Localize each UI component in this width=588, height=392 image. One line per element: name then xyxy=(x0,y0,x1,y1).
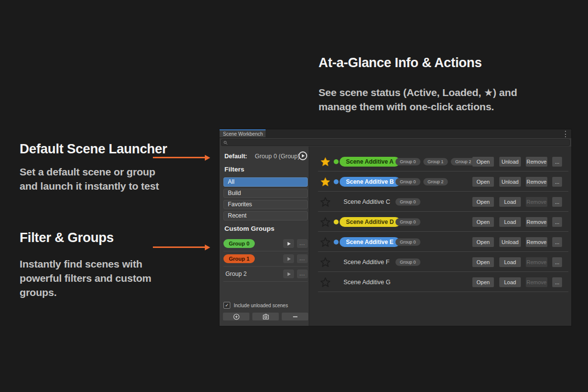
load-button[interactable]: Load xyxy=(499,197,521,207)
filter-groups-description: Instantly find scenes with powerful filt… xyxy=(20,257,151,299)
favorite-star-icon[interactable] xyxy=(320,277,330,287)
open-button[interactable]: Open xyxy=(472,217,494,227)
remove-button: Remove xyxy=(526,197,547,207)
custom-groups-heading: Custom Groups xyxy=(224,225,274,232)
play-default-button[interactable] xyxy=(298,151,308,161)
scene-row[interactable]: Scene Additive B Group 0Group 2 OpenUnlo… xyxy=(309,172,571,192)
remove-button[interactable]: Remove xyxy=(526,177,547,187)
default-scene-row: Default: Group 0 (Group) xyxy=(224,151,308,161)
open-button[interactable]: Open xyxy=(472,277,494,287)
add-circle-button[interactable] xyxy=(223,313,249,320)
launcher-line-2: and launch it instantly to test xyxy=(20,179,159,193)
more-button[interactable]: ... xyxy=(552,277,562,287)
scene-row[interactable]: Scene Additive E Group 0 OpenUnloadRemov… xyxy=(309,232,571,252)
more-button[interactable]: ... xyxy=(552,197,562,207)
scene-row[interactable]: Scene Additive G OpenLoadRemove... xyxy=(309,272,571,292)
favorite-star-icon[interactable] xyxy=(320,157,330,167)
group-more-button[interactable]: ... xyxy=(297,270,308,278)
default-label: Default: xyxy=(224,153,247,160)
kebab-menu-icon[interactable] xyxy=(564,131,567,137)
group-chip: Group 0 xyxy=(395,178,420,185)
scene-row[interactable]: Scene Additive D Group 0 OpenLoadRemove.… xyxy=(309,212,571,232)
scene-row[interactable]: Scene Additive C Group 0 OpenLoadRemove.… xyxy=(309,192,571,212)
search-input[interactable] xyxy=(221,139,570,146)
group-more-button[interactable]: ... xyxy=(297,254,308,263)
more-button[interactable]: ... xyxy=(552,157,562,167)
scene-name: Scene Additive E xyxy=(340,237,400,247)
open-button[interactable]: Open xyxy=(472,257,494,267)
group-row: Group 2 ... xyxy=(223,269,308,282)
open-button[interactable]: Open xyxy=(472,177,494,187)
load-button[interactable]: Load xyxy=(499,257,521,267)
filter-label: Recent xyxy=(228,212,246,219)
group-pill[interactable]: Group 1 xyxy=(223,254,255,263)
more-button[interactable]: ... xyxy=(552,177,562,187)
group-chips: Group 0 xyxy=(395,238,420,245)
load-button[interactable]: Load xyxy=(499,277,521,287)
load-button[interactable]: Load xyxy=(499,217,521,227)
custom-groups-list: Group 0 ... Group 1 ... Group 2 ... xyxy=(223,239,308,284)
favorite-star-icon[interactable] xyxy=(320,237,330,247)
unload-button[interactable]: Unload xyxy=(499,237,521,247)
filter-favorites[interactable]: Favorites xyxy=(223,200,308,209)
tab-label: Scene Workbench xyxy=(223,131,263,137)
filter-groups-line-1: Instantly find scenes with xyxy=(20,257,151,271)
add-circle-icon xyxy=(233,313,240,320)
scene-row[interactable]: Scene Additive A Group 0Group 1Group 2 O… xyxy=(309,151,571,172)
remove-button[interactable]: Remove xyxy=(526,237,547,247)
include-unloaded-checkbox[interactable]: ✓ Include unloaded scenes xyxy=(223,302,288,309)
scene-name: Scene Additive D xyxy=(340,217,400,227)
remove-button[interactable]: Remove xyxy=(526,217,547,227)
play-icon xyxy=(286,256,292,262)
more-button[interactable]: ... xyxy=(552,237,562,247)
glance-line-1: See scene status (Active, Loaded, ★) and xyxy=(318,85,517,99)
launcher-description: Set a default scene or group and launch … xyxy=(20,165,159,193)
favorite-star-icon[interactable] xyxy=(320,177,330,187)
checkbox-box: ✓ xyxy=(223,302,230,309)
remove-button[interactable]: Remove xyxy=(526,157,547,167)
status-dot xyxy=(334,240,339,245)
group-pill[interactable]: Group 2 xyxy=(223,270,248,278)
scene-list: Scene Additive A Group 0Group 1Group 2 O… xyxy=(309,147,571,326)
group-chip: Group 0 xyxy=(395,218,420,225)
launcher-title: Default Scene Launcher xyxy=(20,142,167,157)
favorite-star-icon[interactable] xyxy=(320,217,330,227)
group-chip: Group 1 xyxy=(423,158,448,165)
search-icon xyxy=(223,141,228,145)
group-chip: Group 0 xyxy=(395,198,420,205)
open-button[interactable]: Open xyxy=(472,237,494,247)
scene-row[interactable]: Scene Additive F Group 0 OpenLoadRemove.… xyxy=(309,252,571,272)
remove-button: Remove xyxy=(526,277,547,287)
minus-button[interactable] xyxy=(282,313,308,320)
scene-name: Scene Additive F xyxy=(343,257,390,267)
group-chips: Group 0Group 1Group 2 xyxy=(395,158,476,165)
favorite-star-icon[interactable] xyxy=(320,197,330,207)
unload-button[interactable]: Unload xyxy=(499,177,521,187)
more-button[interactable]: ... xyxy=(552,257,562,267)
play-icon xyxy=(286,241,292,246)
tab-scene-workbench[interactable]: Scene Workbench xyxy=(220,129,266,137)
tab-bar: Scene Workbench xyxy=(220,129,571,138)
filter-build[interactable]: Build xyxy=(223,189,308,198)
search-row xyxy=(220,138,571,147)
filter-recent[interactable]: Recent xyxy=(223,211,308,220)
open-button[interactable]: Open xyxy=(472,157,494,167)
group-play-button[interactable] xyxy=(283,239,294,248)
scene-workbench-panel: Scene Workbench Default: Group 0 (Group) xyxy=(220,129,571,326)
camera-icon xyxy=(262,314,270,319)
group-play-button[interactable] xyxy=(283,254,294,263)
group-chip: Group 0 xyxy=(395,158,420,165)
group-more-button[interactable]: ... xyxy=(297,239,308,248)
group-pill[interactable]: Group 0 xyxy=(223,239,255,248)
favorite-star-icon[interactable] xyxy=(320,257,330,267)
group-chip: Group 0 xyxy=(395,238,420,245)
camera-button[interactable] xyxy=(252,313,279,320)
unload-button[interactable]: Unload xyxy=(499,157,521,167)
play-icon xyxy=(286,271,292,277)
filter-groups-line-2: powerful filters and custom xyxy=(20,271,151,285)
group-play-button[interactable] xyxy=(283,270,294,278)
open-button[interactable]: Open xyxy=(472,197,494,207)
more-button[interactable]: ... xyxy=(552,217,562,227)
filter-all[interactable]: All xyxy=(223,177,308,187)
scene-name: Scene Additive A xyxy=(340,157,400,167)
